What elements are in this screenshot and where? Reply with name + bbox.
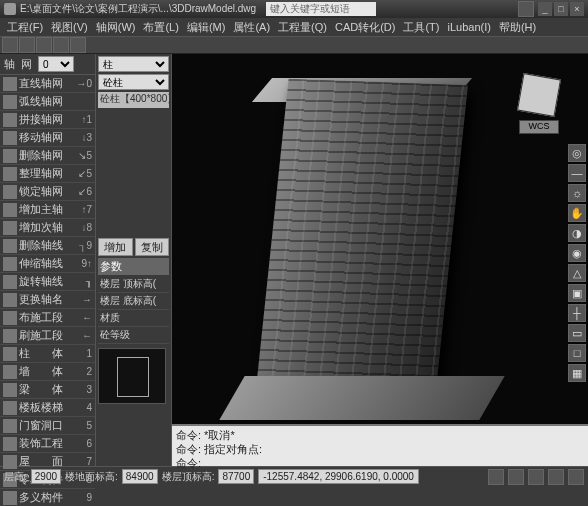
tool-col[interactable]: 柱 体1 bbox=[0, 345, 95, 363]
tool-label: 门窗洞口 bbox=[19, 418, 86, 433]
menu-item[interactable]: 工程量(Q) bbox=[275, 20, 330, 35]
nav-tool-2[interactable]: ☼ bbox=[568, 184, 586, 202]
tool-label: 移动轴网 bbox=[19, 130, 81, 145]
status-btn-2[interactable] bbox=[508, 469, 524, 485]
command-panel[interactable]: 命令: *取消* 命令: 指定对角点: 命令: bbox=[172, 424, 588, 466]
menu-item[interactable]: iLuban(I) bbox=[445, 21, 494, 33]
tool-brush[interactable]: 刷施工段← bbox=[0, 327, 95, 345]
close-button[interactable]: × bbox=[570, 2, 584, 16]
tool-key: 5 bbox=[86, 420, 92, 431]
tool-label: 梁 体 bbox=[19, 382, 86, 397]
menu-item[interactable]: 轴网(W) bbox=[93, 20, 139, 35]
status-btn-3[interactable] bbox=[528, 469, 544, 485]
grid-icon bbox=[3, 77, 17, 91]
status-btn-1[interactable] bbox=[488, 469, 504, 485]
tool-deco[interactable]: 装饰工程6 bbox=[0, 435, 95, 453]
tool-wall[interactable]: 墙 体2 bbox=[0, 363, 95, 381]
tool-grid[interactable]: 直线轴网→0 bbox=[0, 75, 95, 93]
menu-item[interactable]: 工程(F) bbox=[4, 20, 46, 35]
tool-add[interactable]: 增加主轴↑7 bbox=[0, 201, 95, 219]
tool-new[interactable] bbox=[2, 37, 18, 53]
menu-item[interactable]: 编辑(M) bbox=[184, 20, 229, 35]
cmd-prompt[interactable]: 命令: bbox=[176, 456, 584, 470]
nav-tool-8[interactable]: ┼ bbox=[568, 304, 586, 322]
ren-icon bbox=[3, 293, 17, 307]
tool-move[interactable]: 移动轴网↓3 bbox=[0, 129, 95, 147]
ground-elev-field[interactable]: 84900 bbox=[122, 469, 158, 484]
tool-label: 柱 体 bbox=[19, 346, 86, 361]
tool-ext[interactable]: 伸缩轴线9↑ bbox=[0, 255, 95, 273]
prop-row[interactable]: 楼层 顶标高( bbox=[98, 276, 169, 293]
floor-height-field[interactable]: 2900 bbox=[31, 469, 61, 484]
tool-beam[interactable]: 梁 体3 bbox=[0, 381, 95, 399]
tool-key: 6 bbox=[86, 438, 92, 449]
menu-item[interactable]: 视图(V) bbox=[48, 20, 91, 35]
poly-icon bbox=[3, 491, 17, 505]
lock-icon bbox=[3, 185, 17, 199]
copy-button[interactable]: 复制 bbox=[135, 238, 170, 256]
menu-item[interactable]: 布置(L) bbox=[140, 20, 181, 35]
nav-tool-10[interactable]: □ bbox=[568, 344, 586, 362]
top-elev-field[interactable]: 87700 bbox=[218, 469, 254, 484]
col-icon bbox=[3, 347, 17, 361]
tool-door[interactable]: 门窗洞口5 bbox=[0, 417, 95, 435]
nav-tool-6[interactable]: △ bbox=[568, 264, 586, 282]
tool-poly[interactable]: 多义构件9 bbox=[0, 489, 95, 506]
nav-tool-4[interactable]: ◑ bbox=[568, 224, 586, 242]
prop-row[interactable]: 材质 bbox=[98, 310, 169, 327]
tool-label: 伸缩轴线 bbox=[19, 256, 81, 271]
prop-row[interactable]: 砼等级 bbox=[98, 327, 169, 344]
cube-icon[interactable] bbox=[517, 73, 561, 117]
nav-tool-5[interactable]: ◉ bbox=[568, 244, 586, 262]
menu-item[interactable]: 属性(A) bbox=[230, 20, 273, 35]
help-icon[interactable] bbox=[518, 1, 534, 17]
tool-stair[interactable]: 楼板楼梯4 bbox=[0, 399, 95, 417]
tool-lock[interactable]: 锁定轴网↙6 bbox=[0, 183, 95, 201]
tool-del[interactable]: 删除轴网↘5 bbox=[0, 147, 95, 165]
tool-ren[interactable]: 更换轴名→ bbox=[0, 291, 95, 309]
move-icon bbox=[3, 131, 17, 145]
tool-key: 4 bbox=[86, 402, 92, 413]
status-btn-4[interactable] bbox=[548, 469, 564, 485]
stair-icon bbox=[3, 401, 17, 415]
add-icon bbox=[3, 203, 17, 217]
tool-save[interactable] bbox=[36, 37, 52, 53]
tool-rot[interactable]: 旋转轴线┒ bbox=[0, 273, 95, 291]
status-btn-5[interactable] bbox=[568, 469, 584, 485]
viewport-3d[interactable]: WCS ◎—☼✋◑◉△▣┼▭□▦ bbox=[172, 54, 588, 424]
search-input[interactable]: 键入关键字或短语 bbox=[266, 2, 376, 16]
nav-tool-1[interactable]: — bbox=[568, 164, 586, 182]
prop-row[interactable]: 楼层 底标高( bbox=[98, 293, 169, 310]
tool-open[interactable] bbox=[19, 37, 35, 53]
nav-tool-9[interactable]: ▭ bbox=[568, 324, 586, 342]
axis-label: 轴 bbox=[4, 57, 15, 72]
menu-item[interactable]: 工具(T) bbox=[400, 20, 442, 35]
menu-item[interactable]: 帮助(H) bbox=[496, 20, 539, 35]
menu-item[interactable]: CAD转化(D) bbox=[332, 20, 399, 35]
subcategory-select[interactable]: 砼柱 bbox=[98, 74, 169, 90]
nav-tool-11[interactable]: ▦ bbox=[568, 364, 586, 382]
tool-undo[interactable] bbox=[53, 37, 69, 53]
tool-key: ↙6 bbox=[78, 186, 92, 197]
tool-clean[interactable]: 整理轴网↙5 bbox=[0, 165, 95, 183]
tool-delax[interactable]: 删除轴线┐9 bbox=[0, 237, 95, 255]
nav-tool-0[interactable]: ◎ bbox=[568, 144, 586, 162]
nav-cube[interactable]: WCS bbox=[508, 72, 570, 134]
tool-add2[interactable]: 增加次轴↓8 bbox=[0, 219, 95, 237]
tool-redo[interactable] bbox=[70, 37, 86, 53]
axis-select[interactable]: 0 bbox=[38, 56, 74, 72]
nav-tool-3[interactable]: ✋ bbox=[568, 204, 586, 222]
maximize-button[interactable]: □ bbox=[554, 2, 568, 16]
add-button[interactable]: 增加 bbox=[98, 238, 133, 256]
minimize-button[interactable]: _ bbox=[538, 2, 552, 16]
nav-tool-7[interactable]: ▣ bbox=[568, 284, 586, 302]
tool-label: 旋转轴线 bbox=[19, 274, 86, 289]
tool-layout[interactable]: 布施工段← bbox=[0, 309, 95, 327]
coords-field: -12557.4842, 29906.6190, 0.0000 bbox=[258, 469, 419, 484]
tool-arc[interactable]: 弧线轴网 bbox=[0, 93, 95, 111]
category-select[interactable]: 柱 bbox=[98, 56, 169, 72]
props-header: 参数 bbox=[98, 258, 169, 275]
wcs-label[interactable]: WCS bbox=[519, 120, 559, 134]
door-icon bbox=[3, 419, 17, 433]
tool-merge[interactable]: 拼接轴网↑1 bbox=[0, 111, 95, 129]
